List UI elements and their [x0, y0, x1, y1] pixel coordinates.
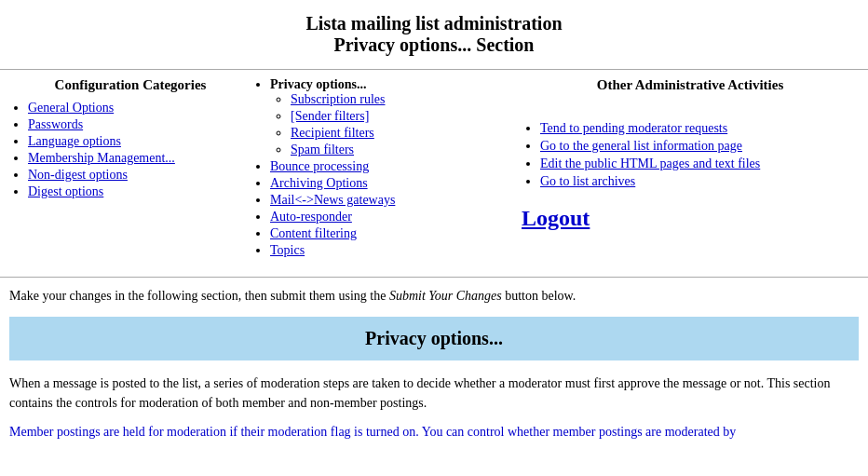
description1-text: When a message is posted to the list, a …	[9, 376, 831, 410]
page-title-line1: Lista mailing list administration	[9, 13, 859, 34]
config-categories-label: Configuration Categories	[9, 77, 251, 93]
page-title-line2: Privacy options... Section	[9, 34, 859, 56]
list-item-privacy: Privacy options... Subscription rules [S…	[270, 77, 494, 157]
general-list-info-link[interactable]: Go to the general list information page	[540, 139, 742, 153]
section-divider	[0, 277, 868, 278]
edit-html-pages-link[interactable]: Edit the public HTML pages and text file…	[540, 156, 760, 170]
list-item: Mail<->News gateways	[270, 193, 494, 208]
config-section: Configuration Categories General Options…	[0, 77, 868, 269]
content-filtering-link[interactable]: Content filtering	[270, 226, 357, 240]
logout-section: Logout	[522, 206, 859, 231]
config-middle: Privacy options... Subscription rules [S…	[251, 77, 494, 260]
description1: When a message is posted to the list, a …	[0, 368, 868, 416]
privacy-options-banner: Privacy options...	[9, 317, 859, 360]
mail-news-gateways-link[interactable]: Mail<->News gateways	[270, 193, 395, 207]
page-header: Lista mailing list administration Privac…	[0, 0, 868, 65]
list-item: Auto-responder	[270, 210, 494, 224]
pending-moderator-link[interactable]: Tend to pending moderator requests	[540, 121, 727, 135]
general-options-link[interactable]: General Options	[28, 101, 114, 115]
list-item: Recipient filters	[291, 126, 494, 141]
digest-options-link[interactable]: Digest options	[28, 184, 103, 198]
description2-text: Member postings are held for moderation …	[9, 425, 736, 439]
privacy-sub-list: Subscription rules [Sender filters] Reci…	[270, 92, 494, 157]
language-options-link[interactable]: Language options	[28, 134, 121, 148]
list-item: Content filtering	[270, 226, 494, 241]
recipient-filters-link[interactable]: Recipient filters	[291, 126, 374, 140]
passwords-link[interactable]: Passwords	[28, 117, 83, 131]
list-item: Bounce processing	[270, 159, 494, 174]
sender-filters-link[interactable]: [Sender filters]	[291, 109, 369, 123]
membership-management-link[interactable]: Membership Management...	[28, 151, 175, 165]
archiving-options-link[interactable]: Archiving Options	[270, 176, 368, 190]
config-left: Configuration Categories General Options…	[9, 77, 251, 260]
list-item: Language options	[28, 134, 251, 149]
list-item: Edit the public HTML pages and text file…	[540, 156, 859, 171]
privacy-options-banner-title: Privacy options...	[19, 328, 849, 349]
spam-filters-link[interactable]: Spam filters	[291, 143, 354, 156]
list-item: Passwords	[28, 117, 251, 132]
list-item: Membership Management...	[28, 151, 251, 166]
description2: Member postings are held for moderation …	[0, 416, 868, 445]
list-item: General Options	[28, 101, 251, 116]
list-item: Subscription rules	[291, 92, 494, 107]
submit-note-italic: Submit Your Changes	[389, 289, 502, 303]
auto-responder-link[interactable]: Auto-responder	[270, 210, 352, 224]
list-item: Archiving Options	[270, 176, 494, 191]
middle-nav-list: Privacy options... Subscription rules [S…	[251, 77, 494, 258]
list-item: Non-digest options	[28, 168, 251, 183]
config-right: Other Administrative Activities Tend to …	[494, 77, 859, 260]
other-admin-label: Other Administrative Activities	[522, 77, 859, 93]
list-archives-link[interactable]: Go to list archives	[540, 174, 635, 188]
logout-link[interactable]: Logout	[522, 206, 590, 230]
list-item: Topics	[270, 243, 494, 258]
submit-note-end: button below.	[505, 289, 576, 303]
list-item: Spam filters	[291, 143, 494, 157]
header-divider	[0, 69, 868, 70]
privacy-options-label: Privacy options...	[270, 77, 366, 91]
list-item: Go to list archives	[540, 174, 859, 189]
left-nav-list: General Options Passwords Language optio…	[9, 101, 251, 199]
list-item: Digest options	[28, 184, 251, 199]
subscription-rules-link[interactable]: Subscription rules	[291, 92, 386, 106]
topics-link[interactable]: Topics	[270, 243, 305, 257]
right-nav-list: Tend to pending moderator requests Go to…	[522, 121, 859, 189]
bounce-processing-link[interactable]: Bounce processing	[270, 159, 369, 173]
list-item: Tend to pending moderator requests	[540, 121, 859, 136]
submit-note: Make your changes in the following secti…	[0, 283, 868, 313]
list-item: Go to the general list information page	[540, 139, 859, 154]
list-item: [Sender filters]	[291, 109, 494, 124]
non-digest-options-link[interactable]: Non-digest options	[28, 168, 128, 182]
submit-note-text: Make your changes in the following secti…	[9, 289, 386, 303]
